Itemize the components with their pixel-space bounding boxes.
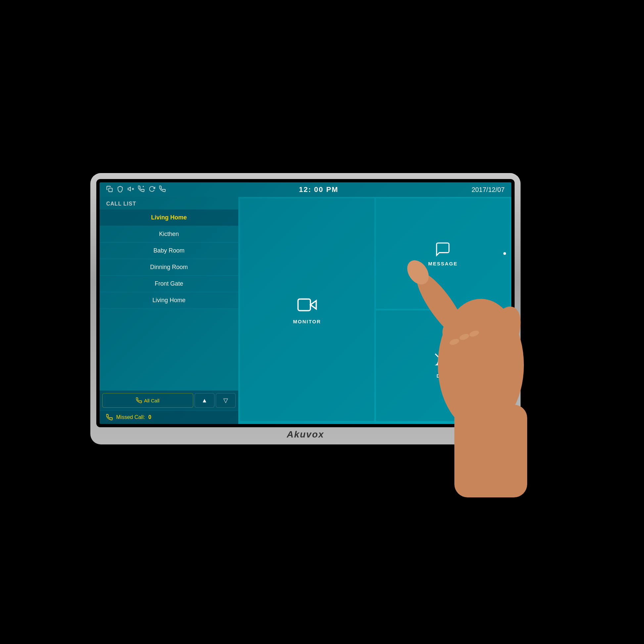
message-tile[interactable]: MESSAGE xyxy=(376,198,511,309)
nav-down-button[interactable]: ▽ xyxy=(216,393,236,408)
monitor-icon xyxy=(297,295,317,315)
message-dot-indicator xyxy=(503,252,506,255)
call-icon xyxy=(138,186,145,194)
svg-rect-4 xyxy=(298,299,310,311)
right-panel: MONITOR MESSAGE xyxy=(239,197,511,424)
monitor-label: MONITOR xyxy=(293,319,321,324)
dnd-tile[interactable]: DND xyxy=(376,310,511,421)
status-time: 12: 00 PM xyxy=(299,185,339,194)
shield-icon xyxy=(117,186,123,194)
missed-call-bar: Missed Call: 0 xyxy=(100,410,238,424)
missed-call-icon xyxy=(106,414,113,421)
call-list-panel: CALL LIST Living Home Kicthen Baby Room … xyxy=(100,197,239,424)
status-icons xyxy=(106,186,166,194)
missed-call-count: 0 xyxy=(148,414,151,420)
copy-icon xyxy=(106,186,113,194)
status-bar: 12: 00 PM 2017/12/07 xyxy=(100,182,511,197)
svg-rect-0 xyxy=(109,188,113,192)
call-list-item-living-home-1[interactable]: Living Home xyxy=(100,209,238,226)
call-list-header: CALL LIST xyxy=(100,197,238,209)
dnd-label: DND xyxy=(437,373,449,379)
device-brand: Akuvox xyxy=(287,429,324,440)
call-list-item-front-gate[interactable]: Front Gate xyxy=(100,276,238,292)
message-label: MESSAGE xyxy=(428,261,458,266)
call-list-actions: All Call ▲ ▽ xyxy=(100,391,238,410)
phone-icon xyxy=(159,186,166,194)
call-list-items: Living Home Kicthen Baby Room Dinning Ro… xyxy=(100,209,238,391)
all-call-phone-icon xyxy=(136,397,142,403)
mute-icon xyxy=(127,186,134,194)
monitor-tile[interactable]: MONITOR xyxy=(240,198,375,421)
dnd-icon xyxy=(435,353,451,370)
device-wrapper: 12: 00 PM 2017/12/07 CALL LIST Living Ho… xyxy=(90,173,554,471)
call-list-item-living-home-2[interactable]: Living Home xyxy=(100,292,238,309)
status-date: 2017/12/07 xyxy=(472,186,505,194)
call-list-item-kitchen[interactable]: Kicthen xyxy=(100,226,238,243)
screen-bezel: 12: 00 PM 2017/12/07 CALL LIST Living Ho… xyxy=(96,179,515,427)
all-call-button[interactable]: All Call xyxy=(102,393,193,408)
call-list-item-dinning-room[interactable]: Dinning Room xyxy=(100,259,238,276)
all-call-label: All Call xyxy=(144,398,160,403)
svg-line-5 xyxy=(435,354,450,369)
extra-tile[interactable] xyxy=(240,422,375,423)
screen: 12: 00 PM 2017/12/07 CALL LIST Living Ho… xyxy=(100,182,511,424)
svg-marker-1 xyxy=(128,187,131,191)
missed-call-label: Missed Call: xyxy=(116,414,145,420)
nav-up-button[interactable]: ▲ xyxy=(195,393,214,408)
main-content: CALL LIST Living Home Kicthen Baby Room … xyxy=(100,197,511,424)
call-list-item-baby-room[interactable]: Baby Room xyxy=(100,243,238,259)
message-icon xyxy=(435,241,451,257)
refresh-icon xyxy=(149,186,155,194)
device-body: 12: 00 PM 2017/12/07 CALL LIST Living Ho… xyxy=(90,173,521,444)
